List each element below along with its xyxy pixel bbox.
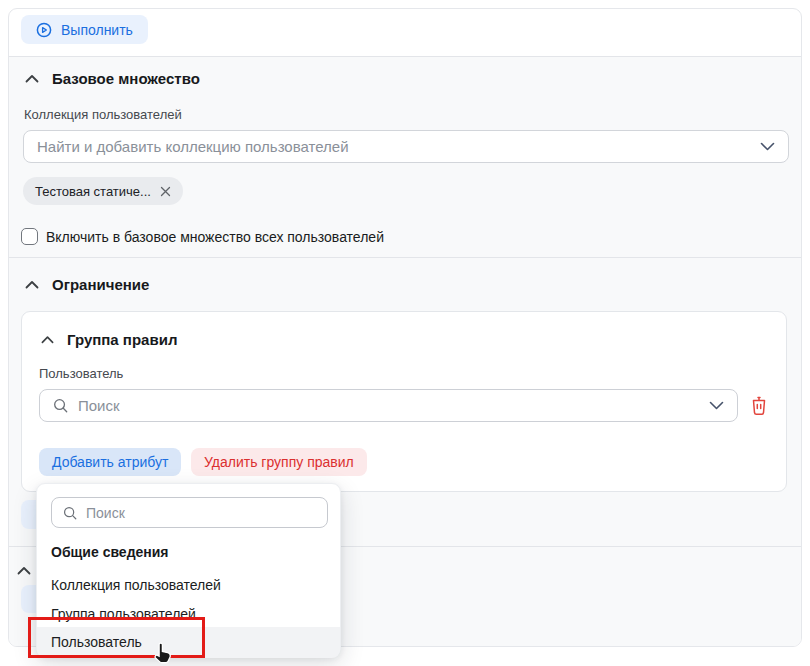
include-all-users-label: Включить в базовое множество всех пользо… <box>46 229 384 245</box>
play-circle-icon <box>36 22 52 38</box>
rule-group-header[interactable]: Группа правил <box>41 331 177 348</box>
search-icon <box>63 506 77 520</box>
chevron-up-icon <box>25 280 39 289</box>
trash-icon <box>750 396 768 416</box>
include-all-users-checkbox[interactable] <box>21 228 38 245</box>
section-header-base-set[interactable]: Базовое множество <box>25 70 200 87</box>
search-icon <box>53 398 68 413</box>
page: Выполнить Базовое множество Коллекция по… <box>0 0 810 666</box>
selected-collection-chip: Тестовая статиче... <box>23 177 183 205</box>
collection-select[interactable] <box>23 130 789 163</box>
collection-search-input[interactable] <box>37 138 750 155</box>
dropdown-item-user[interactable]: Пользователь <box>37 627 340 658</box>
chevron-down-icon <box>760 142 775 151</box>
chevron-up-icon <box>25 74 39 83</box>
dropdown-item-user-collection[interactable]: Коллекция пользователей <box>37 571 340 600</box>
rule-group-card: Группа правил Пользователь Добавить атри… <box>21 311 787 492</box>
chevron-down-icon <box>709 401 724 410</box>
collection-field-label: Коллекция пользователей <box>24 107 182 122</box>
hand-cursor-icon <box>151 640 177 666</box>
run-button-label: Выполнить <box>61 22 133 38</box>
attribute-dropdown: Общие сведения Коллекция пользователей Г… <box>36 483 341 657</box>
section-header-restriction[interactable]: Ограничение <box>25 276 149 293</box>
user-field-label: Пользователь <box>39 366 123 381</box>
divider <box>9 56 801 57</box>
user-search-select[interactable] <box>39 389 738 422</box>
dropdown-search-input[interactable] <box>86 505 316 521</box>
chevron-up-icon[interactable] <box>17 566 31 575</box>
dropdown-search[interactable] <box>51 497 328 528</box>
section-title: Ограничение <box>52 276 149 293</box>
user-search-input[interactable] <box>78 397 699 414</box>
close-icon[interactable] <box>160 186 171 197</box>
chip-label: Тестовая статиче... <box>35 184 151 199</box>
chevron-up-icon <box>41 335 54 344</box>
dropdown-group-header: Общие сведения <box>51 544 169 560</box>
run-button[interactable]: Выполнить <box>21 15 148 44</box>
section-title: Базовое множество <box>52 70 200 87</box>
delete-rule-button[interactable] <box>750 396 768 416</box>
add-attribute-button[interactable]: Добавить атрибут <box>39 448 181 476</box>
rule-group-title: Группа правил <box>67 331 177 348</box>
dropdown-item-user-group[interactable]: Группа пользователей <box>37 600 340 629</box>
delete-rule-group-button[interactable]: Удалить группу правил <box>191 448 367 476</box>
divider <box>9 257 801 258</box>
